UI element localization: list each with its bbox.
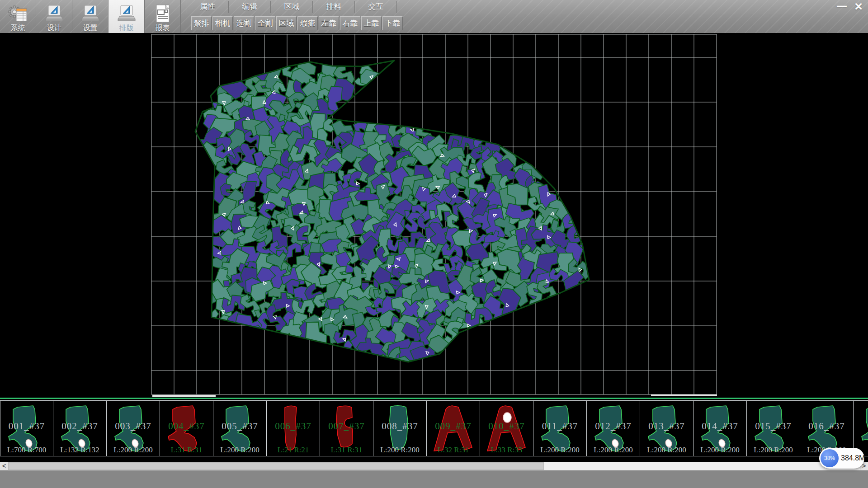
part-id-label: 001_#37 [0, 421, 53, 432]
tab-layout[interactable]: 排版 [108, 0, 145, 33]
part-id-label: 005_#37 [213, 421, 266, 432]
part-lr-count: L:132 R:132 [53, 446, 106, 455]
settings-laptop-icon [80, 5, 101, 23]
menu-region[interactable]: 区域 [271, 1, 313, 13]
part-id-label: 009_#37 [427, 421, 480, 432]
parts-tray: 001_#37L:700 R:700002_#37L:132 R:132003_… [0, 398, 868, 456]
part-thumbnail[interactable]: 006_#37L:21 R:21 [267, 400, 320, 456]
scrollbar-thumb[interactable] [8, 462, 544, 470]
menu-nesting[interactable]: 排料 [313, 1, 355, 13]
part-thumbnail[interactable]: 014_#37L:200 R:200 [693, 400, 747, 456]
close-button[interactable]: ✕ [851, 1, 866, 12]
part-thumbnail[interactable]: 004_#37L:31 R:31 [160, 400, 213, 456]
part-lr-count: L:200 R:200 [747, 446, 800, 455]
memory-overlay[interactable]: 38% 384.8M [819, 448, 864, 469]
scroll-left-arrow[interactable]: < [0, 462, 8, 470]
part-lr-count: L:200 R:200 [373, 446, 426, 455]
part-lr-count: L:200 R:200 [693, 446, 746, 455]
part-id-label: 003_#37 [107, 421, 160, 432]
part-id-label: 0 [854, 421, 868, 432]
tool-select-cut[interactable]: 选割 [234, 16, 254, 30]
tab-layout-label: 排版 [119, 24, 134, 32]
part-id-label: 016_#37 [800, 421, 853, 432]
part-id-label: 007_#37 [320, 421, 373, 432]
tab-design-label: 设计 [47, 24, 61, 32]
tab-report[interactable]: 报表 [145, 0, 181, 33]
app-window: 系统 设计 设置 [0, 0, 868, 488]
part-id-label: 015_#37 [747, 421, 800, 432]
report-document-icon [152, 5, 173, 23]
memory-value: 384.8M [841, 448, 865, 469]
part-lr-count: L:200 R:200 [640, 446, 693, 455]
menu-interact[interactable]: 交互 [355, 1, 397, 13]
part-thumbnail[interactable]: 001_#37L:700 R:700 [0, 400, 53, 456]
menu-bar: 属性 编辑 区域 排料 交互 [187, 1, 397, 13]
part-id-label: 002_#37 [53, 421, 106, 432]
part-lr-count: L:21 R:21 [267, 446, 320, 455]
part-lr-count: L:31 R:31 [320, 446, 373, 455]
tab-system-label: 系统 [11, 24, 25, 32]
design-laptop-icon [44, 5, 65, 23]
part-id-label: 010_#37 [480, 421, 533, 432]
part-thumbnail[interactable]: 010_#37L:33 R:33 [480, 400, 533, 456]
percent-badge: 38% [821, 449, 839, 467]
tool-cut-all[interactable]: 全割 [255, 16, 275, 30]
part-id-label: 012_#37 [587, 421, 640, 432]
part-id-label: 008_#37 [373, 421, 426, 432]
tool-align-top[interactable]: 上靠 [361, 16, 382, 30]
nesting-canvas[interactable] [0, 33, 868, 398]
part-lr-count: L:31 R:31 [160, 446, 213, 455]
part-thumbnail[interactable]: 011_#37L:200 R:200 [533, 400, 587, 456]
tab-report-label: 报表 [156, 24, 170, 32]
system-gear-icon [8, 5, 28, 23]
menu-edit[interactable]: 编辑 [229, 1, 271, 13]
window-footer [0, 470, 868, 488]
tool-region[interactable]: 区域 [276, 16, 297, 30]
part-thumbnail[interactable]: 015_#37L:200 R:200 [747, 400, 800, 456]
tool-bar: 聚排 相机 选割 全割 区域 瑕疵 左靠 右靠 上靠 下靠 [191, 16, 403, 30]
part-lr-count: L:200 R:200 [213, 446, 266, 455]
part-lr-count: L:200 R:200 [107, 446, 160, 455]
part-id-label: 013_#37 [640, 421, 693, 432]
menu-properties[interactable]: 属性 [187, 1, 229, 13]
part-thumbnail[interactable]: 008_#37L:200 R:200 [373, 400, 427, 456]
tab-design[interactable]: 设计 [36, 0, 72, 33]
part-thumbnail[interactable]: 005_#37L:200 R:200 [213, 400, 267, 456]
part-id-label: 011_#37 [533, 421, 586, 432]
tab-system[interactable]: 系统 [0, 0, 36, 33]
part-lr-count: L:200 R:200 [587, 446, 640, 455]
part-lr-count: L:200 R:200 [533, 446, 586, 455]
part-id-label: 014_#37 [693, 421, 746, 432]
part-thumbnail[interactable]: 002_#37L:132 R:132 [53, 400, 107, 456]
part-thumbnail[interactable]: 012_#37L:200 R:200 [587, 400, 640, 456]
part-id-label: 004_#37 [160, 421, 213, 432]
part-thumbnail[interactable]: 003_#37L:200 R:200 [107, 400, 160, 456]
part-lr-count: L:33 R:33 [480, 446, 533, 455]
tool-align-left[interactable]: 左靠 [319, 16, 339, 30]
tool-camera[interactable]: 相机 [212, 16, 233, 30]
part-lr-count: L:32 R:31 [427, 446, 480, 455]
tab-settings-label: 设置 [83, 24, 98, 32]
horizontal-scrollbar[interactable]: < > [0, 462, 868, 470]
tool-align-right[interactable]: 右靠 [340, 16, 360, 30]
part-thumbnail[interactable]: 007_#37L:31 R:31 [320, 400, 373, 456]
tab-settings[interactable]: 设置 [72, 0, 108, 33]
part-thumbnail[interactable]: 009_#37L:32 R:31 [427, 400, 480, 456]
toolbar: 系统 设计 设置 [0, 0, 868, 33]
part-id-label: 006_#37 [267, 421, 320, 432]
layout-laptop-icon [116, 5, 137, 23]
minimize-button[interactable]: — [835, 1, 849, 12]
part-thumbnail[interactable]: 013_#37L:200 R:200 [640, 400, 693, 456]
part-lr-count: L:700 R:700 [0, 446, 53, 455]
tool-defect[interactable]: 瑕疵 [297, 16, 318, 30]
main-tabs: 系统 设计 设置 [0, 0, 181, 33]
tool-align-bottom[interactable]: 下靠 [382, 16, 403, 30]
tool-cluster-nest[interactable]: 聚排 [191, 16, 212, 30]
